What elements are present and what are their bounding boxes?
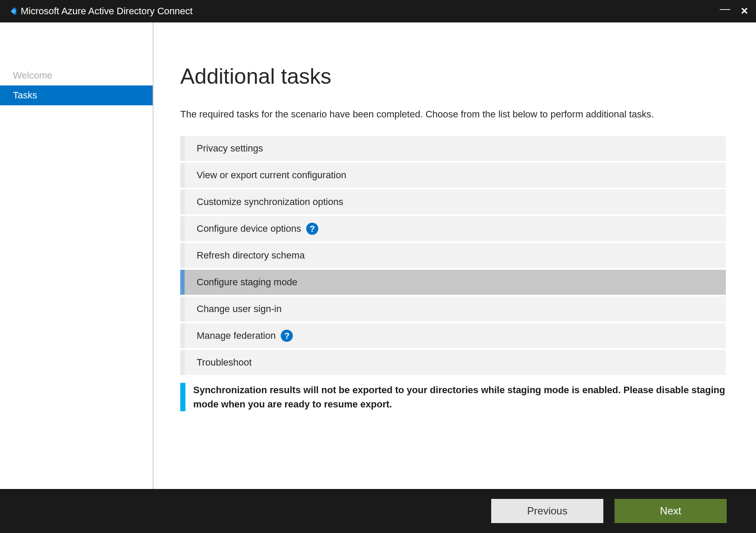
task-refresh-schema[interactable]: Refresh directory schema xyxy=(180,243,726,268)
sidebar-item-label: Welcome xyxy=(13,70,52,81)
info-banner-text: Synchronization results will not be expo… xyxy=(185,383,726,411)
task-change-user-signin[interactable]: Change user sign-in xyxy=(180,296,726,322)
close-button[interactable]: ✕ xyxy=(740,6,751,17)
task-item-indicator xyxy=(180,189,185,214)
page-description: The required tasks for the scenario have… xyxy=(180,107,726,121)
task-customize-sync[interactable]: Customize synchronization options xyxy=(180,189,726,214)
page-title: Additional tasks xyxy=(180,64,726,89)
minimize-button[interactable]: — xyxy=(720,3,730,19)
task-item-label: Configure staging mode xyxy=(185,277,298,288)
help-icon[interactable]: ? xyxy=(306,223,318,235)
task-item-indicator xyxy=(180,350,185,375)
task-privacy-settings[interactable]: Privacy settings xyxy=(180,136,726,161)
task-item-label: Configure device options xyxy=(185,223,301,234)
task-view-export-config[interactable]: View or export current configuration xyxy=(180,163,726,188)
titlebar: Microsoft Azure Active Directory Connect… xyxy=(0,0,756,22)
task-item-indicator xyxy=(180,136,185,161)
sidebar-item-welcome[interactable]: Welcome xyxy=(0,66,153,85)
task-item-indicator xyxy=(180,296,185,322)
task-configure-staging-mode[interactable]: Configure staging mode xyxy=(180,270,726,295)
app-icon xyxy=(5,6,16,17)
task-configure-device-options[interactable]: Configure device options ? xyxy=(180,216,726,241)
task-item-label: Manage federation xyxy=(185,330,276,341)
task-item-indicator xyxy=(180,243,185,268)
task-item-indicator xyxy=(180,216,185,241)
task-item-indicator xyxy=(180,163,185,188)
info-banner: Synchronization results will not be expo… xyxy=(180,383,726,411)
body-area: Welcome Tasks Additional tasks The requi… xyxy=(0,22,756,489)
task-troubleshoot[interactable]: Troubleshoot xyxy=(180,350,726,375)
task-item-label: View or export current configuration xyxy=(185,170,346,181)
sidebar-item-label: Tasks xyxy=(13,90,37,101)
task-item-label: Privacy settings xyxy=(185,143,263,154)
info-banner-indicator xyxy=(180,383,185,411)
task-item-label: Customize synchronization options xyxy=(185,196,343,208)
task-list: Privacy settings View or export current … xyxy=(180,136,726,375)
sidebar: Welcome Tasks xyxy=(0,22,154,489)
main-content: Additional tasks The required tasks for … xyxy=(154,22,756,489)
task-manage-federation[interactable]: Manage federation ? xyxy=(180,323,726,348)
task-item-label: Troubleshoot xyxy=(185,357,252,368)
task-item-label: Change user sign-in xyxy=(185,303,282,315)
next-button[interactable]: Next xyxy=(615,499,727,523)
titlebar-title: Microsoft Azure Active Directory Connect xyxy=(21,6,720,17)
task-item-indicator xyxy=(180,270,185,295)
sidebar-item-tasks[interactable]: Tasks xyxy=(0,85,153,105)
footer: Previous Next xyxy=(0,489,756,533)
help-icon[interactable]: ? xyxy=(281,330,293,342)
titlebar-controls: — ✕ xyxy=(720,3,751,19)
previous-button[interactable]: Previous xyxy=(491,499,603,523)
task-item-indicator xyxy=(180,323,185,348)
task-item-label: Refresh directory schema xyxy=(185,250,305,261)
